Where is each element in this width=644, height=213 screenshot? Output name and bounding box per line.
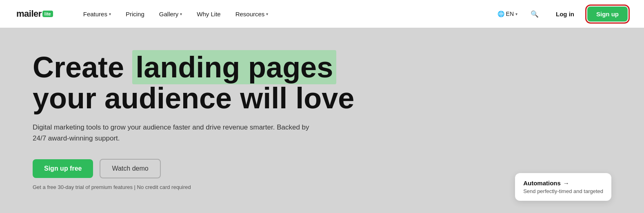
nav-right: 🌐 EN ▾ 🔍 Log in Sign up [493,7,628,22]
nav-item-pricing[interactable]: Pricing [120,7,150,21]
chevron-down-icon-gallery: ▾ [180,12,182,16]
arrow-right-icon: → [563,180,569,187]
nav-label-resources: Resources [235,11,265,18]
hero-fine-print: Get a free 30-day trial of premium featu… [33,184,400,190]
automation-card: Automations → Send perfectly-timed and t… [515,173,611,201]
login-button[interactable]: Log in [548,7,582,21]
headline-highlight: landing pages [132,50,336,84]
hero-section: Create landing pages your audience will … [0,28,644,213]
logo-text: mailer [16,9,42,19]
nav-item-gallery[interactable]: Gallery ▾ [153,7,188,21]
logo-badge: lite [42,11,53,17]
automation-card-title: Automations → [523,180,603,187]
watch-demo-button[interactable]: Watch demo [100,159,160,178]
headline-prefix: Create [33,51,124,83]
signup-button-nav[interactable]: Sign up [587,7,628,22]
search-icon: 🔍 [531,11,539,18]
nav-label-pricing: Pricing [126,11,144,18]
hero-content: Create landing pages your audience will … [33,52,400,190]
navbar: mailerlite Features ▾ Pricing Gallery ▾ … [0,0,644,28]
automation-card-subtitle: Send perfectly-timed and targeted [523,188,603,194]
hero-headline: Create landing pages your audience will … [33,52,400,114]
globe-icon: 🌐 [497,11,504,17]
nav-links: Features ▾ Pricing Gallery ▾ Why Lite Re… [78,7,493,21]
headline-suffix: your audience will love [33,82,354,114]
chevron-down-icon: ▾ [109,12,111,16]
nav-item-why-lite[interactable]: Why Lite [191,7,226,21]
automation-label: Automations [523,180,561,187]
language-selector[interactable]: 🌐 EN ▾ [493,8,522,20]
nav-item-features[interactable]: Features ▾ [78,7,117,21]
chevron-down-icon-resources: ▾ [266,12,268,16]
signup-free-button[interactable]: Sign up free [33,159,93,178]
hero-subtitle: Digital marketing tools to grow your aud… [33,122,318,144]
chevron-down-icon-lang: ▾ [515,12,517,16]
nav-label-why-lite: Why Lite [197,11,220,18]
nav-label-features: Features [83,11,107,18]
lang-label: EN [506,11,514,17]
nav-label-gallery: Gallery [159,11,179,18]
nav-item-resources[interactable]: Resources ▾ [230,7,274,21]
logo[interactable]: mailerlite [16,9,53,19]
search-button[interactable]: 🔍 [526,8,543,20]
hero-buttons: Sign up free Watch demo [33,159,400,178]
